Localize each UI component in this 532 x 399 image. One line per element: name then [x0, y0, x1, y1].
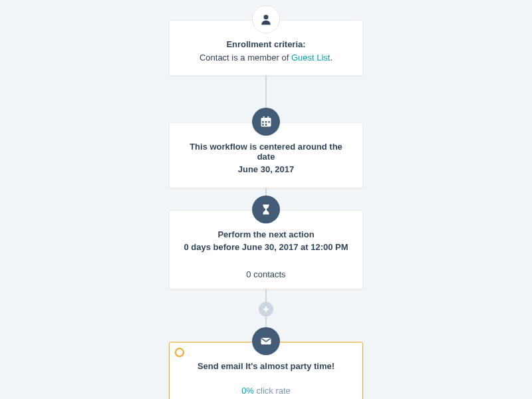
calendar-icon [252, 108, 280, 136]
workflow-canvas: Enrollment criteria: Contact is a member… [0, 0, 532, 399]
enrollment-suffix: . [330, 53, 332, 63]
send-email-label: Send email [198, 361, 245, 371]
svg-rect-3 [262, 121, 264, 123]
mail-icon [252, 327, 280, 355]
svg-rect-6 [262, 124, 264, 126]
svg-rect-8 [263, 116, 265, 119]
hourglass-icon [252, 196, 280, 223]
enrollment-title: Enrollment criteria: [183, 39, 349, 49]
svg-rect-2 [261, 118, 271, 120]
send-email-name-link[interactable]: It's almost party time! [245, 361, 334, 371]
click-rate-value: 0% [241, 386, 254, 396]
add-action-button[interactable] [259, 302, 273, 317]
enrollment-body: Contact is a member of Guest List. [183, 52, 349, 65]
delay-contacts: 0 contacts [183, 264, 349, 279]
center-date-line2: June 30, 2017 [183, 164, 349, 174]
svg-rect-4 [265, 121, 267, 123]
send-email-stats: 0% click rate [183, 380, 349, 396]
selection-indicator-icon [175, 348, 184, 357]
delay-line2: 0 days before June 30, 2017 at 12:00 PM [183, 242, 349, 252]
click-rate-label: click rate [254, 386, 291, 396]
send-email-title: Send email It's almost party time! [183, 361, 349, 371]
enrollment-list-link[interactable]: Guest List [291, 53, 331, 63]
svg-rect-7 [265, 124, 267, 126]
svg-rect-9 [268, 116, 269, 119]
delay-line1: Perform the next action [183, 229, 349, 239]
svg-rect-5 [268, 121, 270, 123]
enrollment-prefix: Contact is a member of [200, 53, 291, 63]
svg-rect-11 [263, 309, 269, 310]
user-icon [252, 5, 280, 33]
svg-point-0 [264, 15, 269, 19]
center-date-line1: This workflow is centered around the dat… [183, 142, 349, 162]
